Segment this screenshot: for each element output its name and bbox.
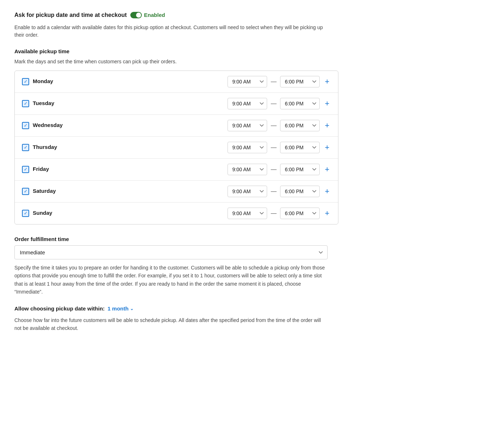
day-row-monday: ✓Monday12:00 AM12:30 AM1:00 AM1:30 AM2:0…	[15, 71, 338, 93]
add-time-button-friday[interactable]: +	[323, 165, 331, 173]
fulfillment-title: Order fulfillment time	[14, 235, 490, 244]
day-name-saturday: Saturday	[33, 187, 56, 195]
time-controls-thursday: 12:00 AM12:30 AM1:00 AM1:30 AM2:00 AM2:3…	[228, 142, 331, 153]
available-pickup-section: Available pickup time Mark the days and …	[14, 47, 490, 224]
day-name-tuesday: Tuesday	[33, 99, 54, 108]
toggle-icon[interactable]	[130, 12, 142, 18]
days-table: ✓Monday12:00 AM12:30 AM1:00 AM1:30 AM2:0…	[14, 71, 338, 224]
day-row-thursday: ✓Thursday12:00 AM12:30 AM1:00 AM1:30 AM2…	[15, 137, 338, 159]
day-name-monday: Monday	[33, 77, 53, 86]
end-time-select-friday[interactable]: 12:00 AM12:30 AM1:00 AM1:30 AM2:00 AM2:3…	[280, 164, 320, 175]
day-checkbox-label-wednesday[interactable]: ✓Wednesday	[22, 121, 222, 130]
pickup-date-title: Allow choosing pickup date within:	[14, 305, 105, 313]
enabled-label: Enabled	[144, 11, 165, 19]
day-checkbox-label-monday[interactable]: ✓Monday	[22, 77, 222, 86]
end-time-select-tuesday[interactable]: 12:00 AM12:30 AM1:00 AM1:30 AM2:00 AM2:3…	[280, 98, 320, 109]
start-time-select-saturday[interactable]: 12:00 AM12:30 AM1:00 AM1:30 AM2:00 AM2:3…	[228, 186, 267, 197]
day-checkbox-label-sunday[interactable]: ✓Sunday	[22, 209, 222, 217]
day-name-friday: Friday	[33, 165, 49, 173]
end-time-select-thursday[interactable]: 12:00 AM12:30 AM1:00 AM1:30 AM2:00 AM2:3…	[280, 142, 320, 153]
fulfillment-description: Specify the time it takes you to prepare…	[14, 264, 328, 296]
page-container: Ask for pickup date and time at checkout…	[14, 11, 490, 332]
section-title: Ask for pickup date and time at checkout	[14, 11, 127, 19]
end-time-select-sunday[interactable]: 12:00 AM12:30 AM1:00 AM1:30 AM2:00 AM2:3…	[280, 208, 320, 219]
pickup-date-value-text: 1 month	[108, 305, 129, 313]
start-time-select-wednesday[interactable]: 12:00 AM12:30 AM1:00 AM1:30 AM2:00 AM2:3…	[228, 120, 267, 131]
day-row-tuesday: ✓Tuesday12:00 AM12:30 AM1:00 AM1:30 AM2:…	[15, 93, 338, 115]
checkbox-icon-sunday: ✓	[22, 210, 29, 217]
time-dash-sunday: —	[271, 209, 276, 218]
section-header: Ask for pickup date and time at checkout…	[14, 11, 490, 19]
day-checkbox-label-friday[interactable]: ✓Friday	[22, 165, 222, 173]
checkbox-icon-tuesday: ✓	[22, 100, 29, 107]
time-dash-wednesday: —	[271, 121, 276, 130]
day-name-sunday: Sunday	[33, 209, 52, 217]
add-time-button-saturday[interactable]: +	[323, 187, 331, 195]
time-controls-tuesday: 12:00 AM12:30 AM1:00 AM1:30 AM2:00 AM2:3…	[228, 98, 331, 109]
time-dash-monday: —	[271, 77, 276, 86]
time-dash-saturday: —	[271, 187, 276, 196]
chevron-down-icon: ⌄	[130, 305, 134, 312]
add-time-button-sunday[interactable]: +	[323, 209, 331, 217]
fulfillment-select[interactable]: Immediate15 minutes30 minutes45 minutes1…	[14, 245, 328, 259]
checkbox-icon-saturday: ✓	[22, 188, 29, 195]
end-time-select-wednesday[interactable]: 12:00 AM12:30 AM1:00 AM1:30 AM2:00 AM2:3…	[280, 120, 320, 131]
enabled-badge: Enabled	[130, 11, 165, 19]
add-time-button-monday[interactable]: +	[323, 78, 331, 86]
pickup-date-section: Allow choosing pickup date within: 1 mon…	[14, 305, 490, 332]
day-row-wednesday: ✓Wednesday12:00 AM12:30 AM1:00 AM1:30 AM…	[15, 115, 338, 137]
time-controls-wednesday: 12:00 AM12:30 AM1:00 AM1:30 AM2:00 AM2:3…	[228, 120, 331, 131]
day-row-sunday: ✓Sunday12:00 AM12:30 AM1:00 AM1:30 AM2:0…	[15, 203, 338, 224]
start-time-select-monday[interactable]: 12:00 AM12:30 AM1:00 AM1:30 AM2:00 AM2:3…	[228, 76, 267, 87]
pickup-time-title: Available pickup time	[14, 47, 490, 56]
checkbox-icon-monday: ✓	[22, 78, 29, 85]
pickup-date-header: Allow choosing pickup date within: 1 mon…	[14, 305, 490, 313]
day-checkbox-label-saturday[interactable]: ✓Saturday	[22, 187, 222, 195]
day-checkbox-label-tuesday[interactable]: ✓Tuesday	[22, 99, 222, 108]
time-controls-monday: 12:00 AM12:30 AM1:00 AM1:30 AM2:00 AM2:3…	[228, 76, 331, 87]
end-time-select-saturday[interactable]: 12:00 AM12:30 AM1:00 AM1:30 AM2:00 AM2:3…	[280, 186, 320, 197]
day-name-wednesday: Wednesday	[33, 121, 63, 130]
header-description: Enable to add a calendar with available …	[14, 24, 328, 39]
add-time-button-wednesday[interactable]: +	[323, 122, 331, 130]
pickup-time-description: Mark the days and set the time when cust…	[14, 58, 490, 65]
start-time-select-tuesday[interactable]: 12:00 AM12:30 AM1:00 AM1:30 AM2:00 AM2:3…	[228, 98, 267, 109]
time-controls-saturday: 12:00 AM12:30 AM1:00 AM1:30 AM2:00 AM2:3…	[228, 186, 331, 197]
day-name-thursday: Thursday	[33, 143, 57, 151]
add-time-button-thursday[interactable]: +	[323, 144, 331, 151]
start-time-select-thursday[interactable]: 12:00 AM12:30 AM1:00 AM1:30 AM2:00 AM2:3…	[228, 142, 267, 153]
time-dash-friday: —	[271, 165, 276, 174]
time-dash-thursday: —	[271, 143, 276, 152]
checkbox-icon-friday: ✓	[22, 166, 29, 173]
fulfillment-section: Order fulfillment time Immediate15 minut…	[14, 235, 490, 296]
day-row-saturday: ✓Saturday12:00 AM12:30 AM1:00 AM1:30 AM2…	[15, 181, 338, 203]
end-time-select-monday[interactable]: 12:00 AM12:30 AM1:00 AM1:30 AM2:00 AM2:3…	[280, 76, 320, 87]
start-time-select-friday[interactable]: 12:00 AM12:30 AM1:00 AM1:30 AM2:00 AM2:3…	[228, 164, 267, 175]
start-time-select-sunday[interactable]: 12:00 AM12:30 AM1:00 AM1:30 AM2:00 AM2:3…	[228, 208, 267, 219]
checkbox-icon-thursday: ✓	[22, 144, 29, 151]
time-dash-tuesday: —	[271, 99, 276, 108]
time-controls-sunday: 12:00 AM12:30 AM1:00 AM1:30 AM2:00 AM2:3…	[228, 208, 331, 219]
add-time-button-tuesday[interactable]: +	[323, 100, 331, 108]
pickup-date-value[interactable]: 1 month ⌄	[108, 305, 134, 313]
pickup-date-description: Choose how far into the future customers…	[14, 316, 328, 332]
time-controls-friday: 12:00 AM12:30 AM1:00 AM1:30 AM2:00 AM2:3…	[228, 164, 331, 175]
day-row-friday: ✓Friday12:00 AM12:30 AM1:00 AM1:30 AM2:0…	[15, 159, 338, 181]
checkbox-icon-wednesday: ✓	[22, 122, 29, 129]
day-checkbox-label-thursday[interactable]: ✓Thursday	[22, 143, 222, 151]
